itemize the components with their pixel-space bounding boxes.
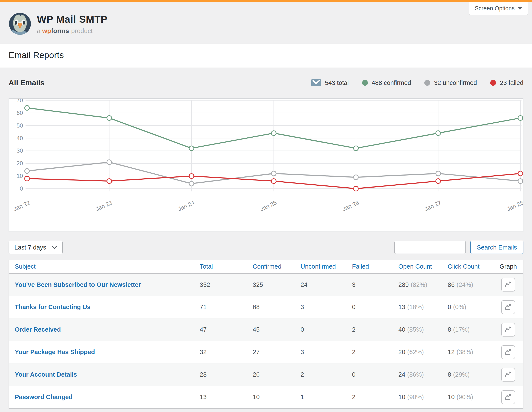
- svg-text:40: 40: [17, 135, 23, 141]
- search-input[interactable]: [395, 241, 466, 254]
- legend-dot-icon: [424, 80, 430, 86]
- svg-text:Jan 24: Jan 24: [177, 199, 195, 212]
- column-header-unconfirmed[interactable]: Unconfirmed: [301, 260, 352, 273]
- search-emails-button[interactable]: Search Emails: [470, 241, 523, 254]
- cell-subject: Password Changed: [9, 386, 200, 408]
- cell-confirmed: 68: [253, 296, 301, 318]
- column-header-failed[interactable]: Failed: [352, 260, 398, 273]
- svg-text:50: 50: [17, 122, 23, 129]
- svg-text:0: 0: [20, 185, 23, 192]
- row-graph-button[interactable]: [501, 390, 515, 404]
- app-title: WP Mail SMTP: [37, 13, 107, 25]
- cell-open-count: 40(85%): [398, 318, 448, 341]
- cell-total: 47: [200, 318, 253, 341]
- cell-open-count: 10(90%): [398, 386, 448, 408]
- subject-link[interactable]: Order Received: [15, 326, 61, 333]
- svg-text:Jan 23: Jan 23: [95, 199, 113, 212]
- table-row: Your Package Has Shipped32273220(62%)12(…: [9, 341, 523, 363]
- cell-graph: [493, 296, 523, 318]
- email-chart-card: 010203040506070Jan 22Jan 23Jan 24Jan 25J…: [9, 98, 523, 232]
- subject-link[interactable]: Password Changed: [15, 394, 73, 400]
- mini-chart-icon: [504, 348, 512, 356]
- cell-confirmed: 26: [253, 363, 301, 386]
- cell-subject: Your Package Has Shipped: [9, 341, 200, 363]
- svg-text:Jan 27: Jan 27: [424, 199, 442, 212]
- cell-subject: Thanks for Contacting Us: [9, 296, 200, 318]
- cell-unconfirmed: 3: [301, 341, 352, 363]
- cell-failed: 2: [352, 386, 398, 408]
- cell-failed: 0: [352, 363, 398, 386]
- chevron-down-icon: [52, 246, 57, 249]
- svg-text:Jan 28: Jan 28: [506, 199, 523, 212]
- legend-item: 32 unconfirmed: [424, 79, 477, 86]
- mini-chart-icon: [504, 326, 512, 334]
- svg-text:60: 60: [17, 110, 23, 116]
- svg-text:20: 20: [17, 160, 23, 166]
- table-row: You’ve Been Subscribed to Our Newsletter…: [9, 273, 523, 296]
- page-title-band: Email Reports: [0, 44, 532, 67]
- cell-failed: 0: [352, 296, 398, 318]
- row-graph-button[interactable]: [501, 300, 515, 314]
- table-header-row: SubjectTotalConfirmedUnconfirmedFailedOp…: [9, 260, 523, 273]
- legend-item: 488 confirmed: [362, 79, 411, 86]
- cell-total: 71: [200, 296, 253, 318]
- column-header-graph: Graph: [493, 260, 523, 273]
- screen-options-button[interactable]: Screen Options: [469, 2, 528, 15]
- column-header-click-count[interactable]: Click Count: [448, 260, 493, 273]
- cell-unconfirmed: 3: [301, 296, 352, 318]
- column-header-subject[interactable]: Subject: [9, 260, 200, 273]
- mini-chart-icon: [504, 371, 512, 379]
- cell-subject: You’ve Been Subscribed to Our Newsletter: [9, 273, 200, 296]
- cell-subject: Your Account Details: [9, 363, 200, 386]
- svg-text:10: 10: [17, 173, 23, 179]
- tagline-suffix: product: [71, 27, 93, 34]
- top-accent-bar: [0, 0, 532, 2]
- legend-dot-icon: [490, 80, 496, 86]
- section-title-all-emails: All Emails: [9, 78, 44, 87]
- subject-link[interactable]: You’ve Been Subscribed to Our Newsletter: [15, 281, 141, 288]
- mini-chart-icon: [504, 393, 512, 401]
- email-reports-table: SubjectTotalConfirmedUnconfirmedFailedOp…: [9, 260, 523, 408]
- legend-label: 32 unconfirmed: [434, 79, 477, 86]
- row-graph-button[interactable]: [501, 345, 515, 359]
- subject-link[interactable]: Thanks for Contacting Us: [15, 303, 91, 310]
- legend-label: 23 failed: [500, 79, 523, 86]
- cell-confirmed: 45: [253, 318, 301, 341]
- mini-chart-icon: [504, 303, 512, 311]
- table-row: Thanks for Contacting Us71683013(18%)0(0…: [9, 296, 523, 318]
- row-graph-button[interactable]: [501, 368, 515, 382]
- svg-text:Jan 22: Jan 22: [12, 199, 31, 212]
- row-graph-button[interactable]: [501, 323, 515, 337]
- wp-mail-smtp-logo: [9, 12, 31, 35]
- legend-label: 543 total: [325, 79, 349, 86]
- cell-open-count: 13(18%): [398, 296, 448, 318]
- svg-text:30: 30: [17, 147, 23, 154]
- row-graph-button[interactable]: [501, 278, 515, 292]
- table-row: Your Account Details28262024(86%)8(29%): [9, 363, 523, 386]
- date-range-value: Last 7 days: [14, 244, 46, 251]
- cell-click-count: 8(17%): [448, 318, 493, 341]
- app-tagline: awpformsproduct: [37, 27, 107, 35]
- cell-failed: 3: [352, 273, 398, 296]
- subject-link[interactable]: Your Package Has Shipped: [15, 348, 95, 355]
- column-header-total[interactable]: Total: [200, 260, 253, 273]
- column-header-confirmed[interactable]: Confirmed: [253, 260, 301, 273]
- cell-total: 28: [200, 363, 253, 386]
- cell-failed: 2: [352, 318, 398, 341]
- date-range-select[interactable]: Last 7 days: [9, 241, 63, 254]
- cell-confirmed: 10: [253, 386, 301, 408]
- cell-unconfirmed: 24: [301, 273, 352, 296]
- tagline-brand-wp: wp: [42, 27, 51, 34]
- page-title: Email Reports: [9, 50, 523, 60]
- cell-graph: [493, 363, 523, 386]
- legend-item: 23 failed: [490, 79, 523, 86]
- cell-confirmed: 27: [253, 341, 301, 363]
- tagline-brand-forms: forms: [51, 27, 69, 34]
- cell-failed: 2: [352, 341, 398, 363]
- cell-graph: [493, 273, 523, 296]
- email-line-chart: 010203040506070Jan 22Jan 23Jan 24Jan 25J…: [9, 99, 523, 231]
- subject-link[interactable]: Your Account Details: [15, 371, 77, 378]
- svg-text:70: 70: [17, 99, 23, 103]
- column-header-open-count[interactable]: Open Count: [398, 260, 448, 273]
- cell-total: 352: [200, 273, 253, 296]
